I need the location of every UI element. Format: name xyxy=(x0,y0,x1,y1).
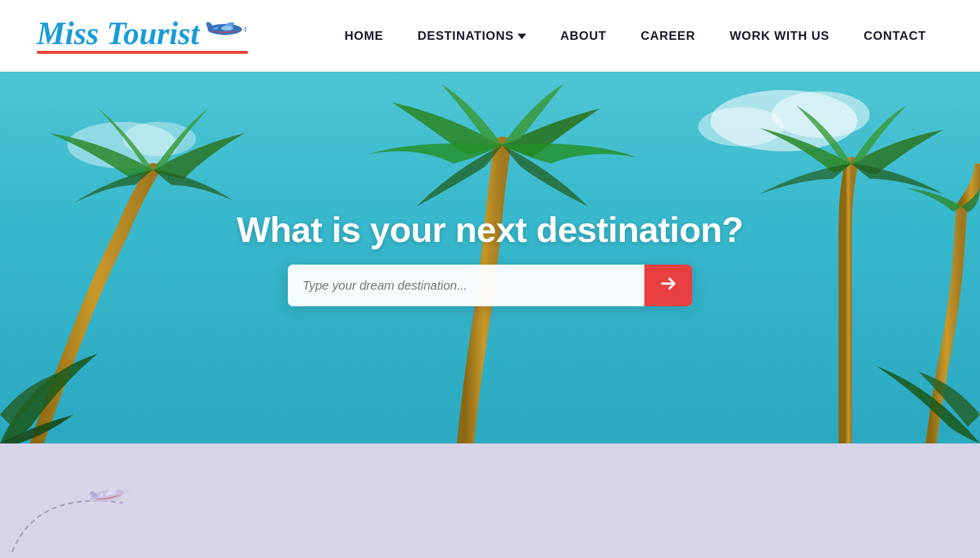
nav-work-with-us[interactable]: WORK WITH US xyxy=(712,0,846,72)
nav-home[interactable]: HOME xyxy=(328,0,401,72)
hero-section: What is your next destination? xyxy=(0,72,980,443)
svg-point-1 xyxy=(221,26,233,31)
bottom-plane-svg xyxy=(0,454,184,558)
logo-text: Miss Tourist xyxy=(37,18,199,50)
chevron-down-icon xyxy=(518,34,526,39)
logo-plane-icon xyxy=(204,18,248,43)
search-button[interactable] xyxy=(644,265,692,306)
nav-destinations[interactable]: DESTINATIONS xyxy=(401,0,543,72)
search-input[interactable] xyxy=(288,265,644,306)
hero-title: What is your next destination? xyxy=(237,209,744,250)
arrow-right-icon xyxy=(658,274,678,298)
logo-underline xyxy=(37,51,248,54)
search-bar xyxy=(288,265,692,306)
bottom-section xyxy=(0,443,980,558)
site-header: Miss Tourist xyxy=(0,0,980,72)
nav-contact[interactable]: CONTACT xyxy=(846,0,943,72)
nav-career[interactable]: CAREER xyxy=(624,0,712,72)
logo[interactable]: Miss Tourist xyxy=(37,18,248,54)
main-nav: HOME DESTINATIONS ABOUT CAREER WORK WITH… xyxy=(328,0,943,72)
hero-content: What is your next destination? xyxy=(237,209,744,306)
nav-about[interactable]: ABOUT xyxy=(543,0,624,72)
